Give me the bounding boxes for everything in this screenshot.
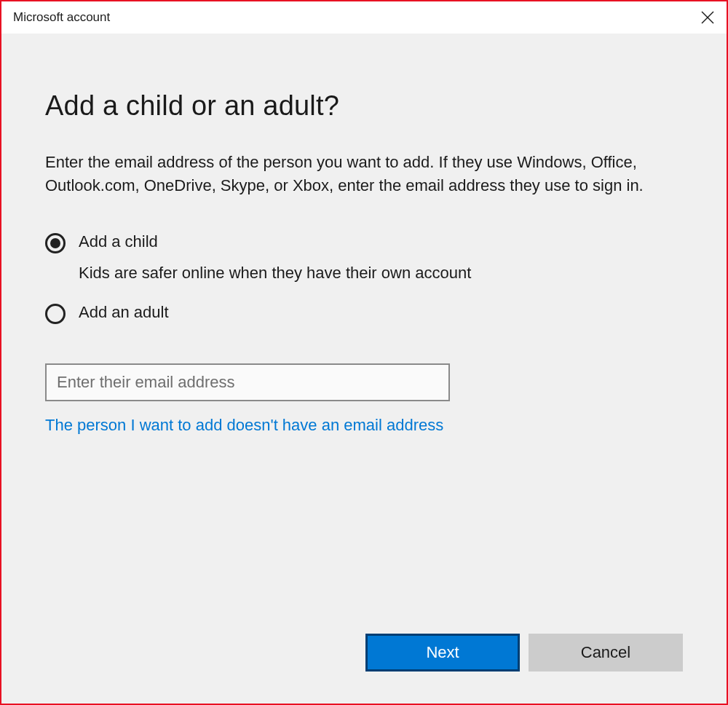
radio-add-adult[interactable]: Add an adult <box>45 303 683 324</box>
close-button[interactable] <box>689 1 727 34</box>
radio-icon <box>45 233 66 253</box>
dialog-content: Add a child or an adult? Enter the email… <box>1 34 727 704</box>
window-title: Microsoft account <box>13 10 110 25</box>
page-heading: Add a child or an adult? <box>45 90 683 122</box>
email-input[interactable] <box>45 363 450 401</box>
radio-child-subtext: Kids are safer online when they have the… <box>79 264 683 283</box>
next-button[interactable]: Next <box>365 634 520 671</box>
radio-add-child[interactable]: Add a child <box>45 232 683 253</box>
close-icon <box>701 11 714 24</box>
titlebar: Microsoft account <box>1 1 727 34</box>
page-description: Enter the email address of the person yo… <box>45 151 683 197</box>
button-row: Next Cancel <box>365 634 683 671</box>
no-email-link[interactable]: The person I want to add doesn't have an… <box>45 416 443 435</box>
cancel-button[interactable]: Cancel <box>529 634 683 671</box>
account-type-radio-group: Add a child Kids are safer online when t… <box>45 232 683 334</box>
radio-label-child: Add a child <box>79 232 158 251</box>
dialog-window: Microsoft account Add a child or an adul… <box>0 0 728 705</box>
radio-label-adult: Add an adult <box>79 303 169 322</box>
radio-icon <box>45 304 66 324</box>
